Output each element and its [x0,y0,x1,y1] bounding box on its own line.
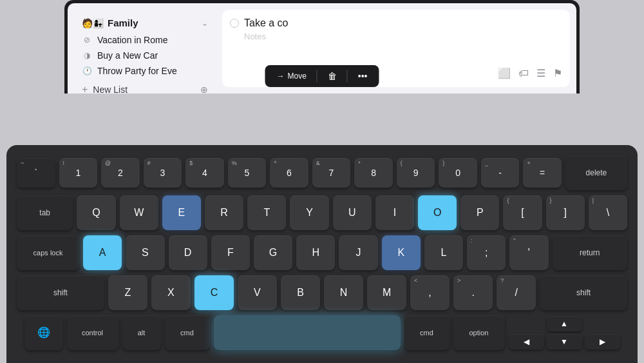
ipad-screen: 🧑‍👩‍👧 Family ⌄ ⊘ Vacation in Rome ◑ Buy … [68,3,576,93]
option-key[interactable]: option [453,315,505,350]
more-button[interactable]: ••• [353,68,373,84]
key-a[interactable]: A [83,235,122,270]
key-7[interactable]: & 7 [312,158,351,188]
caps-lock-key[interactable]: caps lock [17,235,79,270]
delete-button[interactable]: 🗑 [323,68,342,84]
arrow-left-key[interactable]: ◀ [509,334,544,349]
keyboard-rows: ~ ` ! 1 @ 2 # 3 $ 4 % 5 [17,155,627,350]
shift-right-key[interactable]: shift [540,275,627,310]
move-button[interactable]: → Move [271,69,311,83]
flag-icon[interactable]: ⚑ [553,67,562,79]
key-e[interactable]: E [162,195,201,230]
action-divider [317,70,317,83]
delete-key[interactable]: delete [565,155,627,190]
key-y[interactable]: Y [290,195,328,230]
key-3[interactable]: # 3 [144,158,182,188]
key-t[interactable]: T [247,195,286,230]
key-minus[interactable]: _ - [481,158,520,188]
key-9[interactable]: ( 9 [397,158,435,188]
arrow-down-key[interactable]: ▼ [547,334,582,349]
key-j[interactable]: J [339,235,377,270]
key-k[interactable]: K [382,235,421,270]
key-f[interactable]: F [211,235,250,270]
list-icon[interactable]: ☰ [536,67,545,79]
key-v[interactable]: V [238,275,277,310]
key-semicolon[interactable]: : ; [467,235,506,270]
key-comma[interactable]: < , [410,275,450,310]
arrow-up-row: ▲ [509,316,620,331]
sidebar-group-header[interactable]: 🧑‍👩‍👧 Family ⌄ [74,15,216,31]
return-key[interactable]: return [553,235,628,270]
move-icon: → [276,72,284,81]
bottom-row: 🌐 control alt cmd cmd option [17,315,627,350]
action-bar: → Move 🗑 ••• [265,65,379,87]
sidebar-item-vacation[interactable]: ⊘ Vacation in Rome [74,32,216,48]
asdf-row: caps lock A S D F G H J K L : ; " ' retu… [17,235,627,270]
key-tilde[interactable]: ~ ` [17,158,55,188]
notes-title: Take a co [244,17,288,29]
vacation-icon: ⊘ [82,35,92,45]
trash-icon: 🗑 [328,71,337,81]
space-key[interactable] [214,315,401,350]
family-icon: 🧑‍👩‍👧 [82,18,104,28]
cmd-left-key[interactable]: cmd [165,315,210,350]
key-b[interactable]: B [281,275,320,310]
rectangle-icon[interactable]: ⬜ [498,67,511,79]
notes-title-row: Take a co [230,17,562,29]
globe-key[interactable]: 🌐 [24,315,63,350]
key-2[interactable]: @ 2 [101,158,140,188]
alt-key[interactable]: alt [122,315,161,350]
key-w[interactable]: W [120,195,158,230]
key-0[interactable]: ) 0 [439,158,477,188]
key-6[interactable]: ^ 6 [270,158,308,188]
key-s[interactable]: S [126,235,164,270]
key-g[interactable]: G [254,235,292,270]
sidebar: 🧑‍👩‍👧 Family ⌄ ⊘ Vacation in Rome ◑ Buy … [74,10,216,87]
key-u[interactable]: U [333,195,372,230]
key-q[interactable]: Q [77,195,115,230]
key-m[interactable]: M [367,275,406,310]
keyboard: ~ ` ! 1 @ 2 # 3 $ 4 % 5 [6,145,638,363]
cmd-right-key[interactable]: cmd [404,315,450,350]
key-p[interactable]: P [460,195,499,230]
key-8[interactable]: * 8 [354,158,393,188]
tag-icon[interactable]: 🏷 [518,68,529,79]
key-5[interactable]: % 5 [228,158,267,188]
key-i[interactable]: I [375,195,414,230]
key-h[interactable]: H [296,235,335,270]
key-o[interactable]: O [418,195,457,230]
key-backslash[interactable]: | \ [589,195,627,230]
key-quote[interactable]: " ' [509,235,548,270]
key-x[interactable]: X [151,275,191,310]
key-r[interactable]: R [205,195,243,230]
ellipsis-icon: ••• [358,71,368,81]
sidebar-group-title: 🧑‍👩‍👧 Family [82,17,138,28]
key-d[interactable]: D [169,235,207,270]
key-equals[interactable]: + = [523,158,562,188]
new-list-button[interactable]: + New List ⊕ [74,81,216,93]
key-4[interactable]: $ 4 [185,158,224,188]
arrow-up-key[interactable]: ▲ [547,316,582,331]
arrow-right-key[interactable]: ▶ [585,334,620,349]
key-period[interactable]: > . [453,275,493,310]
key-1[interactable]: ! 1 [59,158,98,188]
plus-icon: + [82,84,88,93]
shift-left-key[interactable]: shift [17,275,104,310]
chevron-down-icon: ⌄ [202,19,208,28]
key-z[interactable]: Z [108,275,147,310]
notes-checkbox[interactable] [230,19,239,28]
key-slash[interactable]: ? / [497,275,536,310]
key-lbracket[interactable]: { [ [503,195,542,230]
arrow-keys: ▲ ◀ ▼ ▶ [509,316,620,349]
zxcv-row: shift Z X C V B N M < , > . ? / shift [17,275,627,310]
notes-placeholder: Notes [244,32,562,41]
key-c[interactable]: C [194,275,234,310]
tab-key[interactable]: tab [17,195,73,230]
sidebar-item-car[interactable]: ◑ Buy a New Car [74,48,216,63]
control-key[interactable]: control [67,315,118,350]
sidebar-item-party[interactable]: 🕐 Throw Party for Eve [74,63,216,79]
key-l[interactable]: L [424,235,463,270]
key-n[interactable]: N [324,275,363,310]
new-list-share-icon: ⊕ [200,84,208,93]
key-rbracket[interactable]: } ] [546,195,585,230]
